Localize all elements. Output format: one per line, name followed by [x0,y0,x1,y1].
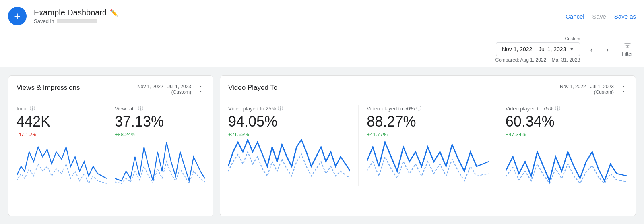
cancel-button[interactable]: Cancel [566,12,584,19]
impr-chart [17,137,107,186]
video-25-value: 94.05% [228,114,350,130]
video-metrics-row: Video played to 25% ⓘ 94.05% +21.63% Vid… [228,105,627,186]
view-rate-change: +88.24% [115,131,205,137]
video-75-label: Video played to 75% ⓘ [506,105,627,112]
header: Example Dashboard ✏️ Saved in Cancel Sav… [0,0,644,32]
card-header-views: Views & Impressions Nov 1, 2022 - Jul 1,… [17,84,205,95]
saved-status: Saved in [34,18,118,24]
card-header-video: Video Played To Nov 1, 2022 - Jul 1, 202… [228,84,627,95]
video-75-chart [506,137,627,186]
video-75-metric: Video played to 75% ⓘ 60.34% +47.34% [506,105,627,186]
view-rate-value: 37.13% [115,114,205,130]
card-date-video: Nov 1, 2022 - Jul 1, 2023 (Custom) [560,84,614,95]
impr-change: -47.10% [17,131,107,137]
add-button[interactable] [8,7,27,25]
filter-label: Filter [622,51,633,57]
view-rate-label: View rate ⓘ [115,105,205,112]
video-50-change: +41.77% [367,131,489,137]
view-rate-chart [115,137,205,186]
video-50-value: 88.27% [367,114,489,130]
video-50-metric: Video played to 50% ⓘ 88.27% +41.77% [367,105,497,186]
card-title-views: Views & Impressions [17,84,80,92]
custom-label: Custom [565,36,580,41]
edit-icon[interactable]: ✏️ [110,9,118,17]
prev-arrow-button[interactable]: ‹ [584,42,599,57]
dashboard-title: Example Dashboard [34,8,107,17]
video-50-label: Video played to 50% ⓘ [367,105,489,112]
more-options-icon-views[interactable]: ⋮ [197,84,205,93]
filter-button[interactable]: Filter [619,41,636,58]
save-button[interactable]: Save [592,12,606,19]
video-50-chart [367,137,489,186]
video-25-label: Video played to 25% ⓘ [228,105,350,112]
video-75-value: 60.34% [506,114,627,130]
impr-value: 442K [17,114,107,130]
more-options-icon-video[interactable]: ⋮ [619,84,627,93]
video-played-card: Video Played To Nov 1, 2022 - Jul 1, 202… [220,75,636,216]
view-rate-info-icon[interactable]: ⓘ [138,105,143,112]
video-25-chart [228,137,350,186]
view-rate-metric: View rate ⓘ 37.13% +88.24% [115,105,205,186]
impr-metric: Impr. ⓘ 442K -47.10% [17,105,107,186]
views-metrics-container: Impr. ⓘ 442K -47.10% View rate [17,105,205,186]
save-as-button[interactable]: Save as [614,12,636,19]
card-title-video: Video Played To [228,84,277,92]
video-75-change: +47.34% [506,131,627,137]
filter-bar: Custom Nov 1, 2022 – Jul 1, 2023 ▼ Compa… [0,32,644,67]
impr-label: Impr. ⓘ [17,105,107,112]
header-actions: Cancel Save Save as [566,12,636,19]
compared-text: Compared: Aug 1, 2022 – Mar 31, 2023 [495,57,580,63]
date-block: Custom Nov 1, 2022 – Jul 1, 2023 ▼ Compa… [495,36,580,63]
card-date-views: Nov 1, 2022 - Jul 1, 2023 (Custom) [137,84,191,95]
views-impressions-card: Views & Impressions Nov 1, 2022 - Jul 1,… [8,75,213,216]
impr-info-icon[interactable]: ⓘ [30,105,35,112]
video-50-info-icon[interactable]: ⓘ [416,105,421,112]
date-range-dropdown[interactable]: Nov 1, 2022 – Jul 1, 2023 ▼ [496,42,580,56]
next-arrow-button[interactable]: › [600,42,615,57]
main-content: Views & Impressions Nov 1, 2022 - Jul 1,… [0,67,644,224]
saved-bar [57,19,97,23]
title-block: Example Dashboard ✏️ Saved in [34,8,118,24]
video-25-info-icon[interactable]: ⓘ [278,105,283,112]
nav-arrows: ‹ › [584,42,615,57]
video-25-metric: Video played to 25% ⓘ 94.05% +21.63% [228,105,359,186]
video-75-info-icon[interactable]: ⓘ [555,105,560,112]
dropdown-arrow-icon: ▼ [569,46,574,52]
date-range-text: Nov 1, 2022 – Jul 1, 2023 [502,46,566,52]
video-25-change: +21.63% [228,131,350,137]
